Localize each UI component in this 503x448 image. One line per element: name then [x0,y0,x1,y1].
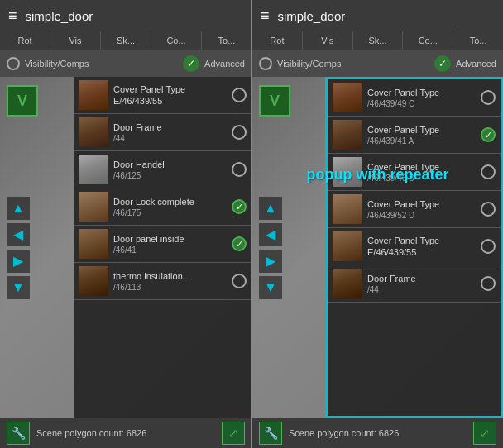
expand-button-left[interactable]: ⤢ [222,422,245,445]
right-title: simple_door [278,9,346,23]
arrow-up-right[interactable]: ▲ [259,197,282,220]
list-item[interactable]: thermo insulation... /46/113 [74,263,252,300]
polygon-count-right: Scene polygon count: 6826 [289,428,467,438]
visibility-row-right: Visibility/Comps ✓ Advanced [252,50,503,77]
thumb-4-right [333,231,362,261]
hamburger-icon-right[interactable]: ≡ [261,7,270,25]
thumb-3-right [333,194,362,224]
thumb-4-left [79,229,108,259]
tab-co-left[interactable]: Co... [151,31,202,50]
tab-to-right[interactable]: To... [453,31,503,50]
radio-left[interactable] [7,57,20,70]
v-button-right[interactable]: V [259,85,290,117]
item-text-5-left: thermo insulation... /46/113 [113,270,228,291]
item-text-0-left: Cover Panel Type E/46/439/55 [113,83,228,107]
item-text-1-right: Cover Panel Type /46/439/41 A [367,124,477,145]
tab-to-left[interactable]: To... [202,31,252,50]
arrow-right-right[interactable]: ▶ [259,250,282,273]
thumb-0-left [79,80,108,110]
item-text-1-left: Door Frame /44 [113,122,228,142]
item-check-3-right[interactable] [481,202,496,217]
list-item[interactable]: Cover Panel Type /46/439/52 D [328,191,501,228]
polygon-count-left: Scene polygon count: 6826 [36,428,215,438]
thumb-5-left [79,266,108,296]
checkmark-right[interactable]: ✓ [434,55,451,72]
advanced-label-left: Advanced [204,59,245,69]
thumb-5-right [333,269,362,298]
right-list-panel: Cover Panel Type /46/439/49 C Cover Pane… [325,77,503,418]
item-text-2-right: Cover Panel Type /46/439/46 B [367,161,477,182]
checkmark-left[interactable]: ✓ [183,55,199,72]
item-check-4-left[interactable]: ✓ [232,236,247,251]
arrow-right-left[interactable]: ▶ [7,250,30,273]
item-check-5-left[interactable] [232,274,247,288]
thumb-1-right [333,120,362,150]
v-button-left[interactable]: V [7,85,38,117]
right-tabs: Rot Vis Sk... Co... To... [252,31,503,50]
left-main-area: V ▲ ◀ ▶ ▼ Cover Panel Type E/46/439/55 D… [0,77,252,418]
hamburger-icon-left[interactable]: ≡ [8,7,17,25]
tab-sk-left[interactable]: Sk... [101,31,151,50]
list-item[interactable]: Door Lock complete /46/175 ✓ [74,188,252,226]
left-list-panel: Cover Panel Type E/46/439/55 Door Frame … [74,77,252,418]
wrench-button-left[interactable]: 🔧 [7,422,30,445]
wrench-button-right[interactable]: 🔧 [259,422,282,445]
item-check-2-left[interactable] [232,162,247,177]
list-item[interactable]: Cover Panel Type /46/439/49 C [328,79,501,117]
arrow-down-right[interactable]: ▼ [259,276,282,299]
tab-rot-right[interactable]: Rot [252,31,303,50]
list-item[interactable]: Cover Panel Type /46/439/41 A ✓ [328,117,501,154]
item-text-4-left: Door panel inside /46/41 [113,233,228,254]
right-bottom-bar: 🔧 Scene polygon count: 6826 ⤢ [252,418,503,448]
item-check-3-left[interactable]: ✓ [232,199,247,214]
thumb-0-right [333,83,362,112]
expand-button-right[interactable]: ⤢ [473,422,496,445]
arrow-down-left[interactable]: ▼ [7,276,30,299]
thumb-2-left [79,155,108,184]
left-nav-arrows: ▲ ◀ ▶ ▼ [7,197,30,299]
left-title: simple_door [26,9,93,23]
item-check-0-left[interactable] [232,88,247,102]
tab-vis-left[interactable]: Vis [50,31,101,50]
list-item[interactable]: Cover Panel Type /46/439/46 B [328,154,501,191]
left-tabs: Rot Vis Sk... Co... To... [0,31,252,50]
right-header: ≡ simple_door [252,0,503,31]
arrow-up-left[interactable]: ▲ [7,197,30,220]
vis-label-left: Visibility/Comps [25,59,178,69]
thumb-3-left [79,192,108,222]
item-check-5-right[interactable] [481,276,496,291]
item-text-5-right: Door Frame /44 [367,273,477,293]
visibility-row-left: Visibility/Comps ✓ Advanced [0,50,252,77]
advanced-label-right: Advanced [456,59,496,69]
list-item[interactable]: Cover Panel Type E/46/439/55 [328,228,501,265]
item-text-0-right: Cover Panel Type /46/439/49 C [367,87,477,107]
tab-vis-right[interactable]: Vis [303,31,353,50]
item-text-3-right: Cover Panel Type /46/439/52 D [367,198,477,219]
item-text-4-right: Cover Panel Type E/46/439/55 [367,235,477,259]
radio-right[interactable] [259,57,272,70]
list-item[interactable]: Door panel inside /46/41 ✓ [74,226,252,263]
vis-label-right: Visibility/Comps [277,59,429,69]
arrow-left-right[interactable]: ◀ [259,223,282,246]
right-nav-arrows: ▲ ◀ ▶ ▼ [259,197,282,299]
list-item[interactable]: Door Frame /44 [74,114,252,151]
item-check-2-right[interactable] [481,164,496,179]
thumb-2-right [333,157,362,187]
tab-co-right[interactable]: Co... [403,31,453,50]
list-item[interactable]: Door Handel /46/125 [74,151,252,188]
left-bottom-bar: 🔧 Scene polygon count: 6826 ⤢ [0,418,252,448]
list-item[interactable]: Door Frame /44 [328,265,501,303]
tab-rot-left[interactable]: Rot [0,31,50,50]
item-text-3-left: Door Lock complete /46/175 [113,196,228,217]
arrow-left-left[interactable]: ◀ [7,223,30,246]
item-check-1-left[interactable] [232,125,247,140]
item-check-0-right[interactable] [481,90,496,105]
item-check-4-right[interactable] [481,239,496,254]
item-text-2-left: Door Handel /46/125 [113,159,228,179]
list-item[interactable]: Cover Panel Type E/46/439/55 [74,77,252,114]
tab-sk-right[interactable]: Sk... [353,31,404,50]
right-panel: ≡ simple_door Rot Vis Sk... Co... To... … [252,0,503,448]
item-check-1-right[interactable]: ✓ [481,127,496,142]
right-main-area: popup with repeater V ▲ ◀ ▶ ▼ Cover Pane… [252,77,503,418]
thumb-1-left [79,117,108,147]
